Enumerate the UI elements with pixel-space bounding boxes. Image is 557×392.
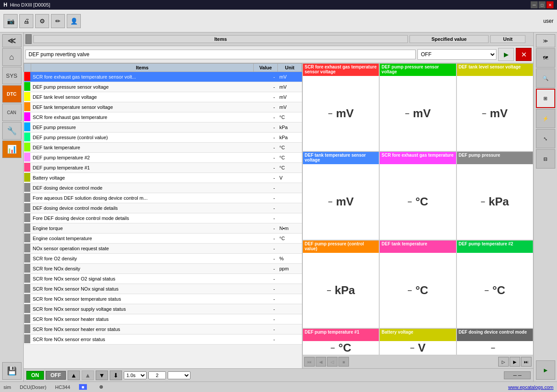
sidebar-tools-button[interactable]: 🔧 bbox=[2, 122, 22, 140]
graph-area: SCR fore exhaust gas temperature sensor … bbox=[302, 63, 533, 368]
table-row[interactable]: DEF pump pressure sensor voltage - mV bbox=[24, 82, 302, 92]
table-row[interactable]: SCR fore NOx sensor error status - bbox=[24, 334, 302, 345]
row-value-cell: - bbox=[254, 213, 278, 223]
sidebar-chart-button[interactable]: 📊 bbox=[2, 140, 22, 158]
row-value-cell: - bbox=[254, 163, 278, 173]
graph-scroll-prev-button[interactable]: ◀ bbox=[316, 357, 326, 367]
graph-scroll-prev2-button[interactable]: ◁ bbox=[327, 357, 338, 367]
table-row[interactable]: Engine torque - N•m bbox=[24, 223, 302, 234]
row-name-cell: SCR fore O2 density bbox=[31, 254, 254, 264]
table-row[interactable]: Engine coolant temperature - °C bbox=[24, 234, 302, 244]
graph-unit-value: °C bbox=[415, 195, 428, 209]
table-row[interactable]: DEF tank temperature sensor voltage - mV bbox=[24, 102, 302, 112]
right-lightning-button[interactable]: ⚡ bbox=[536, 109, 555, 128]
table-row[interactable]: NOx sensor operation request state - bbox=[24, 244, 302, 254]
on-button[interactable]: ON bbox=[26, 371, 44, 380]
row-color-cell bbox=[24, 203, 31, 213]
user-icon[interactable]: 👤 bbox=[67, 14, 81, 28]
row-name-cell: SCR fore NOx sensor error status bbox=[31, 334, 254, 345]
down-arrow-button[interactable]: ▼ bbox=[96, 370, 108, 380]
graph-scroll-next-button[interactable]: ▷ bbox=[498, 357, 509, 367]
sidebar-dtc-button[interactable]: DTC bbox=[2, 85, 22, 103]
table-row[interactable]: DEF pump temperature #1 - °C bbox=[24, 163, 302, 173]
print-icon[interactable]: 🖨 bbox=[19, 14, 33, 28]
table-row[interactable]: DEF dosing device control mode details - bbox=[24, 203, 302, 213]
table-row[interactable]: DEF dosing device control mode - bbox=[24, 183, 302, 193]
count-unit-select[interactable] bbox=[168, 371, 190, 379]
row-unit-cell bbox=[278, 314, 302, 324]
table-row[interactable]: DEF tank level sensor voltage - mV bbox=[24, 92, 302, 102]
table-row[interactable]: SCR fore exhaust gas temperature - °C bbox=[24, 112, 302, 122]
up-arrow2-button[interactable]: ▲ bbox=[82, 370, 94, 380]
close-window-button[interactable]: ✕ bbox=[546, 1, 553, 8]
sidebar-can-button[interactable]: CAN bbox=[2, 104, 22, 121]
settings-icon[interactable]: ⚙ bbox=[35, 14, 49, 28]
table-row[interactable]: Fore aqueous DEF solution dosing device … bbox=[24, 193, 302, 203]
collapse-left-button[interactable]: ≪ bbox=[2, 34, 22, 47]
table-row[interactable]: SCR fore NOx sensor O2 signal status - bbox=[24, 274, 302, 284]
table-row[interactable]: SCR fore NOx density - ppm bbox=[24, 264, 302, 274]
minimize-button[interactable]: ─ bbox=[531, 1, 538, 8]
row-value-cell: - bbox=[254, 223, 278, 234]
table-row[interactable]: Battery voltage - V bbox=[24, 173, 302, 183]
table-row[interactable]: SCR fore NOx sensor temperature status - bbox=[24, 294, 302, 304]
items-table-container[interactable]: Items Value Unit SCR fore exhaust gas te… bbox=[24, 63, 302, 368]
status-link[interactable]: www.epcatalogs.com bbox=[508, 385, 553, 390]
row-color-cell bbox=[24, 254, 31, 264]
table-row[interactable]: DEF pump pressure - kPa bbox=[24, 122, 302, 133]
right-table-chart-button[interactable]: ⊞ bbox=[536, 89, 555, 108]
close-red-button[interactable]: ✕ bbox=[516, 48, 532, 61]
row-color-cell bbox=[24, 294, 31, 304]
off-button[interactable]: OFF bbox=[46, 371, 66, 380]
row-name-cell: SCR fore NOx sensor NOx signal status bbox=[31, 284, 254, 294]
items-table: Items Value Unit SCR fore exhaust gas te… bbox=[24, 63, 302, 345]
sidebar-chip-button[interactable]: 💾 bbox=[2, 362, 22, 380]
graph-cell: DEF pump temperature #1 – °C bbox=[302, 328, 379, 355]
row-value-cell: - bbox=[254, 264, 278, 274]
graph-scroll-controls: ⏮ ◀ ◁ ■ ▷ ▶ ⏭ bbox=[302, 355, 533, 368]
graph-scroll-next2-button[interactable]: ▶ bbox=[510, 357, 520, 367]
edit-icon[interactable]: ✏ bbox=[51, 14, 65, 28]
table-row[interactable]: SCR fore exhaust gas temperature sensor … bbox=[24, 72, 302, 82]
right-search-icon[interactable]: 🔍 bbox=[536, 68, 555, 88]
graph-scroll-stop-button[interactable]: ■ bbox=[338, 357, 349, 367]
graph-dash-icon: – bbox=[405, 109, 410, 118]
maximize-button[interactable]: □ bbox=[539, 1, 546, 8]
selected-item-input[interactable] bbox=[25, 50, 416, 59]
execute-play-button[interactable]: ▶ bbox=[498, 48, 514, 61]
graph-cell: DEF tank temperature – °C bbox=[379, 240, 456, 328]
items-col-header: Items bbox=[31, 64, 254, 72]
status-disconnect-icon[interactable]: ⊗ bbox=[99, 384, 103, 390]
down-arrow2-button[interactable]: ⬇ bbox=[110, 370, 122, 380]
graph-unit-value: mV bbox=[413, 107, 431, 120]
right-map-icon[interactable]: 🗺 bbox=[536, 48, 555, 68]
table-row[interactable]: Fore DEF dosing device control mode deta… bbox=[24, 213, 302, 223]
sidebar-home-button[interactable]: ⌂ bbox=[2, 48, 22, 66]
row-value-cell: - bbox=[254, 102, 278, 112]
table-row[interactable]: DEF pump temperature #2 - °C bbox=[24, 153, 302, 163]
table-row[interactable]: DEF tank temperature - °C bbox=[24, 143, 302, 153]
row-value-cell: - bbox=[254, 153, 278, 163]
selected-value-select[interactable]: OFF ON bbox=[417, 49, 496, 60]
apply-button[interactable]: ─ ─ bbox=[504, 371, 531, 379]
table-row[interactable]: DEF pump pressure (control value) - kPa bbox=[24, 133, 302, 143]
table-row[interactable]: SCR fore NOx sensor NOx signal status - bbox=[24, 284, 302, 294]
screenshot-icon[interactable]: 📷 bbox=[4, 14, 18, 28]
table-row[interactable]: SCR fore O2 density - % bbox=[24, 254, 302, 264]
table-row[interactable]: SCR fore NOx sensor heater status - bbox=[24, 314, 302, 324]
row-value-cell: - bbox=[254, 284, 278, 294]
row-unit-cell: kPa bbox=[278, 122, 302, 133]
right-expand-button[interactable]: ⤡ bbox=[536, 129, 555, 148]
sidebar-system-button[interactable]: SYS bbox=[2, 67, 22, 84]
graph-scroll-start-button[interactable]: ⏮ bbox=[304, 357, 315, 367]
up-arrow-button[interactable]: ▲ bbox=[68, 370, 80, 380]
graph-cell-header: SCR fore exhaust gas temperature sensor … bbox=[303, 64, 379, 76]
right-grid-button[interactable]: ⊟ bbox=[536, 149, 555, 169]
table-row[interactable]: SCR fore NOx sensor supply voltage statu… bbox=[24, 304, 302, 314]
titlebar: H Hino DXIII [D0005] ─ □ ✕ bbox=[0, 0, 557, 10]
count-input[interactable] bbox=[148, 371, 166, 379]
right-play-button[interactable]: ▶ bbox=[536, 360, 555, 380]
table-row[interactable]: SCR fore NOx sensor heater error status … bbox=[24, 324, 302, 334]
graph-scroll-end-button[interactable]: ⏭ bbox=[521, 357, 532, 367]
interval-select[interactable]: 1.0s 0.5s 2.0s bbox=[124, 371, 147, 379]
